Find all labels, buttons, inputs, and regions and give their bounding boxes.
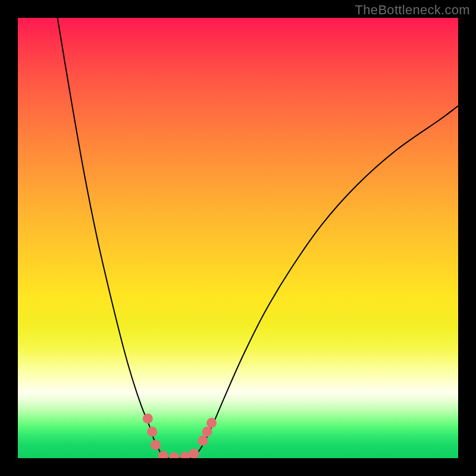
highlight-dot [151,440,161,450]
highlight-dots [143,414,217,458]
highlight-dot [202,427,212,437]
highlight-dot [189,449,199,458]
chart-svg [18,18,458,458]
highlight-dot [198,436,208,446]
highlight-dot [180,452,190,458]
watermark-text: TheBottleneck.com [355,2,470,18]
curve-left-branch [58,18,164,458]
outer-frame: TheBottleneck.com [0,0,476,476]
highlight-dot [147,427,157,437]
highlight-dot [206,418,217,428]
highlight-dot [143,414,153,424]
curve-right-branch [194,106,458,458]
highlight-dot [169,452,179,458]
plot-area [18,18,458,458]
